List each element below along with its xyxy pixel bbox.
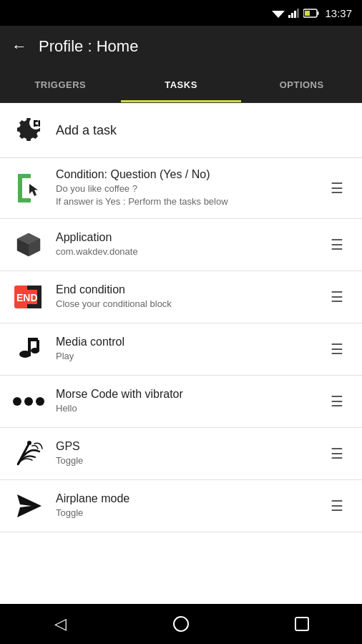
bottom-nav: ◁ (0, 604, 362, 644)
task-row: END End condition Close your conditional… (0, 271, 362, 323)
task-info: GPS Toggle (56, 440, 313, 467)
svg-rect-2 (288, 15, 290, 18)
svg-point-34 (24, 397, 33, 406)
task-row: Condition: Question (Yes / No) Do you li… (0, 158, 362, 219)
task-name: End condition (56, 283, 313, 296)
svg-rect-32 (36, 340, 39, 351)
task-desc: Hello (56, 402, 313, 415)
task-menu-button[interactable]: ☰ (325, 338, 349, 361)
battery-icon (303, 9, 319, 18)
svg-point-33 (13, 397, 21, 406)
svg-point-35 (36, 397, 44, 406)
task-info: End condition Close your conditional blo… (56, 283, 313, 311)
svg-rect-28 (28, 338, 38, 341)
svg-rect-25 (27, 286, 41, 290)
end-condition-icon: END (13, 281, 44, 313)
svg-point-36 (27, 441, 31, 445)
task-info: Application com.wakdev.donate (56, 231, 313, 258)
signal-icon (288, 8, 300, 18)
task-name: Media control (56, 336, 313, 348)
task-row: Application com.wakdev.donate ☰ (0, 219, 362, 271)
svg-text:END: END (16, 292, 38, 303)
svg-rect-4 (294, 11, 296, 18)
svg-marker-37 (17, 494, 41, 517)
task-row: Media control Play ☰ (0, 323, 362, 376)
task-menu-button[interactable]: ☰ (325, 494, 349, 517)
svg-rect-13 (34, 120, 36, 127)
task-name: GPS (56, 440, 313, 453)
task-desc: Toggle (56, 507, 313, 519)
task-desc: Toggle (56, 454, 313, 467)
airplane-icon (13, 490, 44, 522)
svg-rect-26 (27, 304, 41, 308)
task-name: Airplane mode (56, 492, 313, 505)
application-icon (13, 229, 44, 260)
task-info: Airplane mode Toggle (56, 492, 313, 519)
task-menu-button[interactable]: ☰ (325, 177, 349, 200)
gps-icon (13, 438, 44, 469)
tab-tasks[interactable]: TASKS (121, 67, 242, 102)
svg-rect-30 (28, 349, 31, 356)
tab-triggers[interactable]: TRIGGERS (0, 67, 121, 102)
task-info: Condition: Question (Yes / No) Do you li… (56, 168, 313, 208)
svg-rect-5 (297, 9, 299, 18)
morse-icon (13, 386, 44, 417)
svg-point-38 (174, 617, 188, 631)
task-name: Morse Code with vibrator (56, 388, 313, 401)
task-desc: Do you like coffee ? If answer is Yes : … (56, 182, 313, 208)
svg-rect-14 (39, 120, 41, 127)
tab-options[interactable]: OPTIONS (241, 67, 362, 102)
task-desc: com.wakdev.donate (56, 245, 313, 258)
task-name: Condition: Question (Yes / No) (56, 168, 313, 181)
back-button[interactable]: ← (11, 37, 27, 56)
svg-rect-16 (18, 174, 31, 178)
recent-nav-button[interactable] (280, 616, 323, 632)
svg-rect-39 (295, 618, 308, 630)
svg-rect-8 (305, 11, 310, 16)
add-task-label: Add a task (56, 123, 117, 138)
task-menu-button[interactable]: ☰ (325, 233, 349, 256)
tabs: TRIGGERS TASKS OPTIONS (0, 67, 362, 103)
task-row: Morse Code with vibrator Hello ☰ (0, 376, 362, 428)
condition-icon (13, 172, 44, 204)
task-menu-button[interactable]: ☰ (325, 286, 349, 308)
task-desc: Close your conditional block (56, 298, 313, 311)
add-task-icon (13, 114, 44, 146)
add-task-row[interactable]: Add a task (0, 103, 362, 158)
status-time: 13:37 (325, 7, 352, 19)
svg-rect-3 (291, 13, 293, 18)
wifi-icon (272, 8, 285, 18)
task-info: Morse Code with vibrator Hello (56, 388, 313, 415)
svg-rect-17 (18, 198, 31, 203)
task-menu-button[interactable]: ☰ (325, 390, 349, 413)
task-row: GPS Toggle ☰ (0, 428, 362, 480)
task-desc: Play (56, 350, 313, 363)
content-area: Add a task Condition: Question (Yes / No… (0, 103, 362, 604)
page-title: Profile : Home (39, 37, 138, 56)
home-nav-button[interactable] (160, 615, 202, 633)
media-control-icon (13, 333, 44, 365)
task-name: Application (56, 231, 313, 244)
status-icons (272, 8, 319, 18)
svg-point-10 (29, 117, 42, 130)
svg-rect-7 (318, 11, 319, 15)
header: ← Profile : Home (0, 26, 362, 67)
task-info: Media control Play (56, 336, 313, 363)
task-row: Airplane mode Toggle ☰ (0, 480, 362, 532)
task-menu-button[interactable]: ☰ (325, 442, 349, 465)
back-nav-button[interactable]: ◁ (39, 615, 82, 633)
status-bar: 13:37 (0, 0, 362, 26)
